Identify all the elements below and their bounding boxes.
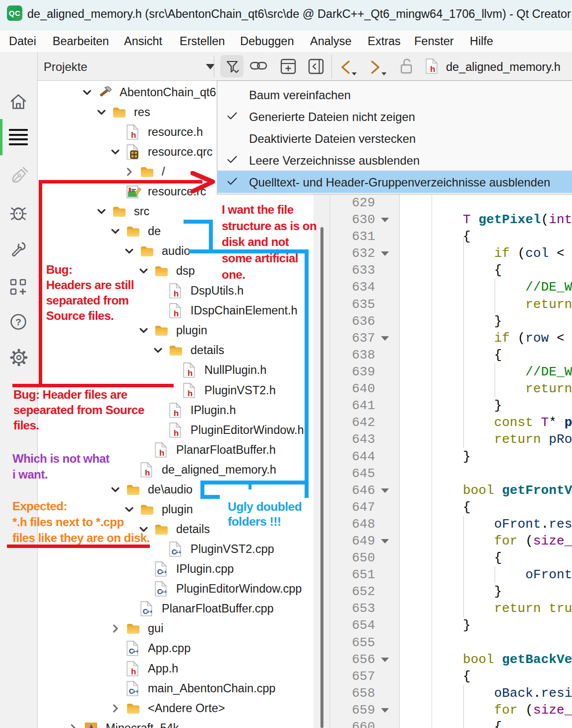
svg-text:?: ? bbox=[15, 317, 21, 327]
svg-text:h: h bbox=[430, 64, 435, 74]
svg-text:++: ++ bbox=[133, 648, 138, 654]
svg-text:h: h bbox=[174, 428, 179, 437]
svg-text:++: ++ bbox=[161, 569, 167, 574]
svg-text:h: h bbox=[188, 388, 192, 398]
svg-text:h: h bbox=[159, 448, 164, 457]
svg-text:h: h bbox=[174, 408, 179, 418]
svg-text:h: h bbox=[145, 468, 150, 477]
svg-text:h: h bbox=[188, 368, 192, 377]
svg-text:++: ++ bbox=[161, 589, 167, 594]
svg-text:h: h bbox=[174, 308, 179, 318]
svg-text:h: h bbox=[131, 130, 136, 139]
svg-text:h: h bbox=[174, 289, 179, 298]
svg-text:++: ++ bbox=[133, 688, 138, 694]
svg-text:++: ++ bbox=[147, 608, 152, 614]
svg-text:h: h bbox=[131, 667, 136, 676]
svg-text:++: ++ bbox=[176, 549, 181, 554]
